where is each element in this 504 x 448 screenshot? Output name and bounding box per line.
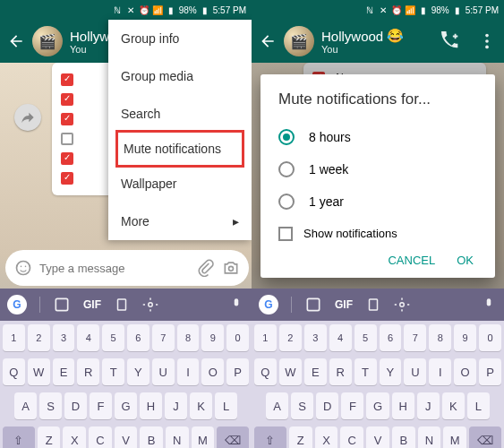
radio-1week[interactable]: 1 week	[278, 153, 477, 185]
key-x[interactable]: X	[63, 426, 86, 448]
key-p[interactable]: P	[479, 358, 501, 385]
checkbox-icon[interactable]	[61, 172, 73, 185]
key-0[interactable]: 0	[226, 324, 249, 351]
key-e[interactable]: E	[304, 358, 327, 385]
key-z[interactable]: Z	[289, 426, 312, 448]
gif-icon[interactable]: GIF	[335, 298, 353, 311]
back-icon[interactable]	[7, 32, 25, 50]
key-c[interactable]: C	[340, 426, 363, 448]
checkbox-icon[interactable]	[61, 113, 73, 125]
cancel-button[interactable]: CANCEL	[388, 254, 435, 267]
key-y[interactable]: Y	[127, 358, 149, 385]
key-f[interactable]: F	[90, 392, 112, 419]
key-f[interactable]: F	[341, 392, 363, 419]
key-v[interactable]: V	[366, 426, 389, 448]
menu-search[interactable]: Search	[108, 95, 252, 133]
key-8[interactable]: 8	[429, 324, 451, 351]
sticker-icon[interactable]	[53, 296, 71, 314]
settings-icon[interactable]	[394, 297, 410, 313]
key-j[interactable]: J	[417, 392, 440, 419]
menu-mute-notifications[interactable]: Mute notifications	[115, 130, 244, 168]
clipboard-icon[interactable]	[114, 297, 130, 313]
key-s[interactable]: S	[291, 392, 313, 419]
key-a[interactable]: A	[14, 392, 37, 419]
key-6[interactable]: 6	[380, 324, 402, 351]
key-4[interactable]: 4	[329, 324, 352, 351]
key-8[interactable]: 8	[177, 324, 200, 351]
google-icon[interactable]: G	[7, 295, 27, 314]
key-3[interactable]: 3	[53, 324, 75, 351]
key-a[interactable]: A	[266, 392, 288, 419]
key-v[interactable]: V	[115, 426, 138, 448]
settings-icon[interactable]	[142, 297, 158, 313]
key-t[interactable]: T	[355, 358, 377, 385]
key-1[interactable]: 1	[3, 324, 25, 351]
key-2[interactable]: 2	[28, 324, 50, 351]
menu-more[interactable]: More▸	[108, 202, 252, 240]
key-y[interactable]: Y	[380, 358, 402, 385]
key-l[interactable]: L	[215, 392, 237, 419]
menu-group-info[interactable]: Group info	[108, 20, 252, 57]
key-c[interactable]: C	[89, 426, 112, 448]
chat-title-block[interactable]: Hollywood😂 You	[321, 28, 425, 55]
key-j[interactable]: J	[165, 392, 187, 419]
message-input[interactable]	[39, 262, 190, 275]
key-q[interactable]: Q	[254, 358, 277, 385]
key-k[interactable]: K	[442, 392, 465, 419]
key-r[interactable]: R	[329, 358, 352, 385]
key-i[interactable]: I	[177, 358, 200, 385]
key-b[interactable]: B	[140, 426, 163, 448]
key-n[interactable]: N	[166, 426, 189, 448]
key-b[interactable]: B	[392, 426, 415, 448]
key-7[interactable]: 7	[152, 324, 175, 351]
back-icon[interactable]	[259, 32, 277, 50]
key-6[interactable]: 6	[127, 324, 149, 351]
key-z[interactable]: Z	[38, 426, 61, 448]
checkbox-icon[interactable]	[61, 73, 73, 86]
key-d[interactable]: D	[64, 392, 87, 419]
key-d[interactable]: D	[316, 392, 338, 419]
key-5[interactable]: 5	[102, 324, 124, 351]
google-icon[interactable]: G	[259, 295, 278, 314]
avatar[interactable]: 🎬	[284, 26, 314, 56]
add-call-icon[interactable]	[441, 31, 461, 51]
camera-icon[interactable]	[222, 259, 240, 277]
attach-icon[interactable]	[197, 259, 215, 277]
key-9[interactable]: 9	[454, 324, 476, 351]
key-7[interactable]: 7	[404, 324, 426, 351]
key-e[interactable]: E	[53, 358, 75, 385]
forward-button[interactable]	[14, 104, 41, 131]
key-⇧[interactable]: ⇧	[3, 426, 35, 448]
key-g[interactable]: G	[366, 392, 389, 419]
radio-8hours[interactable]: 8 hours	[278, 121, 477, 153]
avatar[interactable]: 🎬	[32, 26, 63, 56]
menu-wallpaper[interactable]: Wallpaper	[108, 165, 252, 202]
ok-button[interactable]: OK	[457, 254, 474, 267]
key-s[interactable]: S	[39, 392, 62, 419]
key-h[interactable]: H	[392, 392, 414, 419]
key-t[interactable]: T	[102, 358, 124, 385]
key-k[interactable]: K	[190, 392, 212, 419]
key-9[interactable]: 9	[201, 324, 224, 351]
key-1[interactable]: 1	[254, 324, 277, 351]
key-i[interactable]: I	[429, 358, 451, 385]
key-m[interactable]: M	[192, 426, 215, 448]
checkbox-icon[interactable]	[61, 152, 73, 165]
key-o[interactable]: O	[454, 358, 476, 385]
key-q[interactable]: Q	[3, 358, 25, 385]
key-w[interactable]: W	[28, 358, 50, 385]
key-⌫[interactable]: ⌫	[217, 426, 249, 448]
key-4[interactable]: 4	[77, 324, 99, 351]
menu-group-media[interactable]: Group media	[108, 57, 252, 95]
key-g[interactable]: G	[115, 392, 137, 419]
gif-icon[interactable]: GIF	[83, 298, 101, 311]
key-r[interactable]: R	[77, 358, 99, 385]
sticker-icon[interactable]	[304, 296, 322, 314]
key-w[interactable]: W	[279, 358, 302, 385]
radio-1year[interactable]: 1 year	[278, 185, 477, 218]
emoji-picker-icon[interactable]	[14, 259, 32, 277]
key-0[interactable]: 0	[479, 324, 501, 351]
show-notifications-checkbox[interactable]: Show notifications	[278, 218, 477, 246]
key-u[interactable]: U	[152, 358, 175, 385]
key-3[interactable]: 3	[304, 324, 327, 351]
